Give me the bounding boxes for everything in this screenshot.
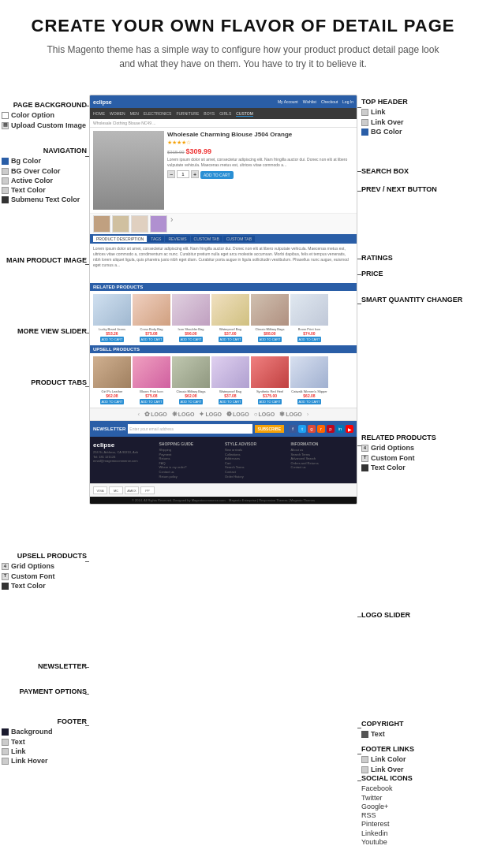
sc-related-btn-2[interactable]: ADD TO CART — [140, 337, 164, 342]
sc-related-img-3 — [172, 294, 210, 326]
sc-navbar: HOME WOMEN MEN ELECTRONICS FURNITURE BOY… — [90, 108, 357, 119]
sc-related-btn-4[interactable]: ADD TO CART — [219, 337, 243, 342]
sc-upsell-prod-6: Catwalk Women's Slipper $62.08 ADD TO CA… — [290, 356, 328, 404]
ann-upsell-font-row: T Custom Font — [2, 572, 87, 581]
ann-social-linkedin: Linkedin — [361, 829, 484, 838]
ann-nav-submenu-row: Submenu Text Color — [2, 196, 87, 204]
sc-related-btn-1[interactable]: ADD TO CART — [100, 337, 125, 342]
sc-related-products-grid: Lucky Brand Jeans $53.26 ADD TO CART Cro… — [90, 291, 357, 345]
ann-footer-link-row: Link — [2, 747, 87, 756]
sc-related-btn-5[interactable]: ADD TO CART — [258, 337, 282, 342]
ann-related-font-label: Custom Font — [371, 454, 415, 463]
sc-upsell-btn-4[interactable]: ADD TO CART — [219, 399, 243, 404]
ann-newsletter-label: NEWSLETTER — [2, 662, 87, 671]
sc-upsell-price-3: $62.08 — [172, 393, 210, 398]
sc-thumb-3 — [131, 215, 148, 233]
ann-related-products: RELATED PRODUCTS 4 Grid Options T Custom… — [361, 434, 484, 473]
ann-footer-links: FOOTER LINKS Link Color Link Over — [361, 745, 484, 775]
sc-footer-style-title: STYLE ADVISOR — [225, 441, 288, 446]
ann-related-grid-label: Grid Options — [371, 444, 414, 453]
ann-top-link-cb — [361, 109, 368, 116]
sc-newsletter-subscribe[interactable]: SUBSCRIBE — [255, 425, 284, 433]
sc-thumb-4 — [150, 215, 167, 233]
sc-related-img-5 — [251, 294, 289, 326]
sc-footer-info-col: INFORMATION About us Search Terms Advanc… — [291, 441, 354, 479]
ann-footer-linkover-row: Link Over — [361, 766, 484, 774]
sc-social-tw: t — [298, 425, 306, 433]
sc-qty-value: 1 — [177, 170, 189, 178]
sc-tab-tags[interactable]: TAGS — [148, 236, 164, 242]
sc-social-gp: g — [308, 425, 316, 433]
sc-upsell-prod-2: Bloom Print Icon $75.08 ADD TO CART — [133, 356, 170, 404]
sc-related-prod-2: Cross Body Bag $75.08 ADD TO CART — [133, 294, 170, 342]
ann-footer-links-label: FOOTER LINKS — [361, 745, 484, 754]
sc-logo-6: ✾ LOGO — [279, 411, 302, 418]
sc-payment: VISA MC AMEX PP — [90, 483, 357, 497]
line-top-header — [357, 107, 361, 108]
sc-related-prod-6: Boom Print Icon $74.00 ADD TO CART — [290, 294, 328, 342]
ann-upsell-text-label: Text Color — [11, 582, 46, 590]
sc-qty-plus[interactable]: + — [191, 170, 199, 178]
sc-related-price-6: $74.00 — [290, 331, 328, 336]
sc-product-info: Wholesale Charming Blouse J504 Orange ★★… — [167, 131, 353, 210]
sc-ratings: ★★★★☆ — [167, 140, 353, 146]
sc-thumb-1 — [93, 215, 110, 233]
sc-related-btn-3[interactable]: ADD TO CART — [179, 337, 204, 342]
sc-logo-1: ✿ LOGO — [144, 411, 167, 418]
ann-footer-link-label: Link — [11, 747, 26, 756]
ann-upsell-label: UPSELL PRODUCTS — [2, 552, 87, 561]
page-title: CREATE YOUR OWN FLAVOR OF DETAIL PAGE — [16, 16, 470, 36]
sc-checkout: Checkout — [321, 99, 338, 104]
ann-top-link-label: Link — [371, 108, 386, 117]
sc-breadcrumb: Wholesale Clothing Blouse NC49 ... — [90, 119, 357, 128]
sc-logo-5: ○ LOGO — [254, 411, 275, 418]
ann-related-grid-icon: 4 — [361, 445, 368, 452]
ann-top-linkover-row: Link Over — [361, 118, 484, 127]
line-search-box — [357, 171, 361, 172]
ann-nav-active-cb — [2, 177, 9, 184]
sc-related-btn-6[interactable]: ADD TO CART — [297, 337, 322, 342]
sc-tab-description[interactable]: PRODUCT DESCRIPTION — [93, 236, 147, 242]
ann-nav-bgover-label: BG Over Color — [11, 167, 61, 176]
sc-pay-amex: AMEX — [125, 486, 139, 494]
sc-price-old: $315.00 — [167, 150, 185, 155]
page-wrapper: CREATE YOUR OWN FLAVOR OF DETAIL PAGE Th… — [0, 0, 486, 828]
sc-social-fb: f — [289, 425, 297, 433]
ann-related-options: 4 Grid Options T Custom Font Text Color — [361, 444, 484, 472]
sc-upsell-btn-6[interactable]: ADD TO CART — [297, 399, 322, 404]
ann-related-grid-row: 4 Grid Options — [361, 444, 484, 453]
sc-upsell-btn-5[interactable]: ADD TO CART — [258, 399, 282, 404]
line-payment — [85, 694, 89, 695]
sc-tab-custom2[interactable]: CUSTOM TAB — [223, 236, 255, 242]
ann-footer-linkcolor-row: Link Color — [361, 755, 484, 764]
ann-main-product-image-label: MAIN PRODUCT IMAGE — [2, 256, 87, 265]
sc-footer-shopping-col: SHOPPING GUIDE Shipping Payment Returns … — [159, 441, 222, 479]
sc-upsell-img-2 — [133, 356, 170, 388]
ann-search-box: SEARCH BOX — [361, 167, 484, 176]
ann-upsell-products: UPSELL PRODUCTS 4 Grid Options T Custom … — [2, 552, 87, 591]
ann-top-linkover-cb — [361, 119, 368, 126]
ann-social-icons: SOCIAL ICONS Facebook Twitter Google+ RS… — [361, 774, 484, 847]
sc-qty-minus[interactable]: − — [167, 170, 175, 178]
ann-payment-options-label: PAYMENT OPTIONS — [2, 687, 87, 696]
screenshot: eclipse My Account Wishlist Checkout Log… — [89, 95, 357, 505]
ann-footer-linkover-cb — [361, 766, 368, 773]
sc-tab-custom1[interactable]: CUSTOM TAB — [191, 236, 222, 242]
ann-navigation: NAVIGATION Bg Color BG Over Color Active… — [2, 147, 87, 206]
sc-tab-reviews[interactable]: REVIEWS — [165, 236, 189, 242]
sc-related-prod-1: Lucky Brand Jeans $53.26 ADD TO CART — [93, 294, 131, 342]
sc-upsell-header: UPSELL PRODUCTS — [90, 345, 357, 353]
ann-search-box-label: SEARCH BOX — [361, 167, 484, 176]
ann-copyright-text-row: Text — [361, 730, 484, 739]
sc-upsell-btn-1[interactable]: ADD TO CART — [100, 399, 125, 404]
diagram-area: eclipse My Account Wishlist Checkout Log… — [0, 95, 486, 828]
ann-footer-linkcolor-swatch — [361, 756, 368, 763]
sc-upsell-btn-2[interactable]: ADD TO CART — [140, 399, 164, 404]
sc-upsell-btn-3[interactable]: ADD TO CART — [179, 399, 204, 404]
sc-newsletter-input[interactable]: Enter your email address — [128, 424, 252, 434]
sc-upsell-prod-1: Girl Pu Leather $62.08 ADD TO CART — [93, 356, 131, 404]
sc-related-prod-4: Waterproof Bag $37.00 ADD TO CART — [211, 294, 249, 342]
sc-add-to-cart[interactable]: ADD TO CART — [200, 171, 234, 179]
sc-brand: eclipse — [93, 99, 112, 105]
sc-upsell-prod-3: Classic Military Bags $62.08 ADD TO CART — [172, 356, 210, 404]
